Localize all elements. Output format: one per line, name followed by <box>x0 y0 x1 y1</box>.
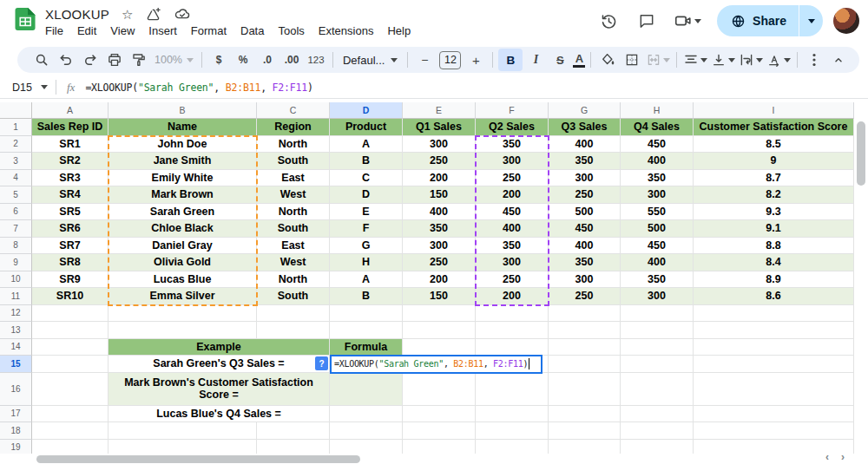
cell[interactable]: North <box>257 136 330 154</box>
row-header-8[interactable]: 8 <box>0 238 32 255</box>
row-header-3[interactable]: 3 <box>0 153 32 170</box>
cell[interactable]: 8.2 <box>694 186 854 204</box>
cell[interactable] <box>476 305 549 323</box>
cell[interactable]: Emily White <box>108 170 257 187</box>
cell[interactable]: A <box>330 136 403 154</box>
scroll-right-icon[interactable]: › <box>841 451 845 463</box>
cell[interactable] <box>330 305 403 323</box>
format-percent-button[interactable]: % <box>232 49 254 71</box>
paint-format-icon[interactable] <box>128 49 150 71</box>
row-header-7[interactable]: 7 <box>0 220 32 238</box>
table-header-cell[interactable]: Product <box>330 119 403 136</box>
undo-icon[interactable] <box>55 49 77 71</box>
cell[interactable] <box>330 406 403 423</box>
cell[interactable]: 350 <box>476 136 549 154</box>
cell[interactable] <box>476 373 549 406</box>
cell[interactable]: 200 <box>403 170 476 187</box>
column-header-G[interactable]: G <box>549 102 621 119</box>
row-header-1[interactable]: 1 <box>0 119 32 136</box>
row-header-4[interactable]: 4 <box>0 170 32 187</box>
cell[interactable] <box>403 339 476 356</box>
cell[interactable]: 8.9 <box>694 271 854 289</box>
cell[interactable]: H <box>330 254 403 271</box>
cell[interactable]: 250 <box>476 271 549 289</box>
cell[interactable] <box>549 305 621 323</box>
menu-view[interactable]: View <box>103 23 141 39</box>
cell[interactable] <box>330 440 403 454</box>
table-header-cell[interactable]: Q2 Sales <box>476 119 549 136</box>
cell[interactable]: 9.1 <box>694 220 854 238</box>
more-formats-button[interactable]: 123 <box>305 49 327 71</box>
cell[interactable]: SR1 <box>32 136 108 154</box>
cell[interactable] <box>621 339 694 356</box>
name-box[interactable]: D15 <box>0 82 54 94</box>
cell[interactable]: Lucas Blue's Q4 Sales = <box>108 406 330 423</box>
cell[interactable] <box>549 440 621 454</box>
active-cell-editor[interactable]: =XLOOKUP("Sarah Green", B2:B11, F2:F11) <box>330 355 542 374</box>
row-header-16[interactable]: 16 <box>0 373 32 406</box>
cell[interactable] <box>403 440 476 454</box>
menu-format[interactable]: Format <box>184 23 233 39</box>
cell[interactable]: 8.8 <box>694 238 854 255</box>
cell[interactable] <box>32 339 108 356</box>
cell[interactable]: Sarah Green <box>108 204 257 221</box>
cell[interactable] <box>257 322 330 339</box>
cell[interactable]: 300 <box>403 238 476 255</box>
cell[interactable] <box>108 422 257 440</box>
cell[interactable]: SR4 <box>32 186 108 204</box>
cell[interactable]: 8.6 <box>694 288 854 305</box>
strikethrough-button[interactable]: S <box>549 49 571 71</box>
cell[interactable] <box>476 422 549 440</box>
meet-call-control[interactable] <box>668 11 707 30</box>
column-header-I[interactable]: I <box>694 102 854 119</box>
menu-help[interactable]: Help <box>380 23 418 39</box>
menu-insert[interactable]: Insert <box>141 23 184 39</box>
formula-help-badge[interactable]: ? <box>315 356 328 370</box>
column-header-B[interactable]: B <box>108 102 257 119</box>
cell[interactable]: D <box>330 186 403 204</box>
cell[interactable]: 300 <box>476 254 549 271</box>
column-header-C[interactable]: C <box>257 102 330 119</box>
cell[interactable]: 350 <box>476 238 549 255</box>
cell[interactable] <box>694 406 854 423</box>
cell[interactable]: West <box>257 254 330 271</box>
cell[interactable]: Jane Smith <box>108 153 257 170</box>
cell[interactable]: 300 <box>621 186 694 204</box>
cell[interactable]: SR8 <box>32 254 108 271</box>
cell[interactable]: 9.3 <box>694 204 854 221</box>
sheets-logo-icon[interactable] <box>15 8 36 31</box>
cell[interactable]: SR6 <box>32 220 108 238</box>
cell[interactable]: 300 <box>621 288 694 305</box>
menu-edit[interactable]: Edit <box>70 23 103 39</box>
row-header-18[interactable]: 18 <box>0 422 32 440</box>
account-avatar[interactable] <box>833 8 859 34</box>
cell[interactable] <box>257 440 330 454</box>
cell[interactable]: 350 <box>403 220 476 238</box>
cell[interactable] <box>549 322 621 339</box>
cell[interactable] <box>32 322 108 339</box>
cell[interactable] <box>549 339 621 356</box>
increase-font-size-button[interactable]: + <box>464 49 487 71</box>
cell[interactable] <box>108 322 257 339</box>
cell[interactable] <box>330 373 403 406</box>
row-header-6[interactable]: 6 <box>0 204 32 221</box>
cell[interactable]: Chloe Black <box>108 220 257 238</box>
cell[interactable]: 450 <box>549 220 621 238</box>
cell[interactable] <box>549 406 621 423</box>
cell[interactable] <box>476 406 549 423</box>
cell[interactable]: 300 <box>403 136 476 154</box>
cell[interactable]: 9 <box>694 153 854 170</box>
cell[interactable]: 450 <box>476 204 549 221</box>
horizontal-align-control[interactable] <box>683 52 707 68</box>
column-header-A[interactable]: A <box>32 102 108 119</box>
cloud-status-icon[interactable] <box>174 5 191 23</box>
cell[interactable]: 150 <box>403 288 476 305</box>
cell[interactable]: A <box>330 271 403 289</box>
cell[interactable]: SR7 <box>32 238 108 255</box>
cell[interactable] <box>694 373 854 406</box>
cell[interactable]: 350 <box>621 170 694 187</box>
italic-button[interactable]: I <box>524 49 547 71</box>
cell[interactable] <box>694 356 854 373</box>
cell[interactable]: E <box>330 204 403 221</box>
cell[interactable]: 350 <box>621 271 694 289</box>
